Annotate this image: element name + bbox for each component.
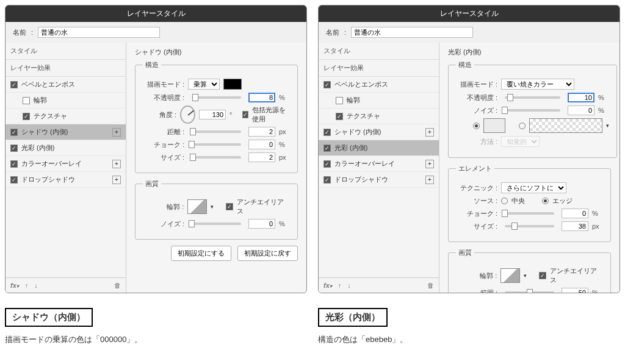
effect-checkbox[interactable]: ✓ bbox=[323, 129, 331, 136]
trash-icon[interactable]: 🗑 bbox=[427, 282, 434, 289]
choke-slider[interactable] bbox=[505, 212, 554, 215]
gradient-picker[interactable] bbox=[529, 118, 602, 133]
antialias-label: アンチエイリアス bbox=[237, 198, 290, 216]
effect-checkbox[interactable] bbox=[23, 97, 30, 104]
gradient-radio[interactable] bbox=[519, 123, 526, 129]
sidebar-item[interactable]: ✓光彩 (内側) bbox=[5, 140, 126, 156]
effect-checkbox[interactable]: ✓ bbox=[10, 81, 18, 88]
antialias-checkbox[interactable]: ✓ bbox=[226, 203, 233, 210]
effect-checkbox[interactable]: ✓ bbox=[23, 113, 30, 120]
blend-mode-select[interactable]: 覆い焼きカラー bbox=[501, 79, 574, 90]
trash-icon[interactable]: 🗑 bbox=[114, 282, 121, 289]
size-input[interactable] bbox=[562, 221, 588, 231]
sidebar-item[interactable]: ✓ベベルとエンボス bbox=[319, 77, 439, 93]
caption-box-left: シャドウ（内側） bbox=[5, 308, 93, 327]
size-slider[interactable] bbox=[192, 156, 241, 159]
size-slider[interactable] bbox=[505, 225, 554, 227]
noise-input[interactable] bbox=[568, 105, 594, 115]
sidebar-item[interactable]: ✓カラーオーバーレイ+ bbox=[5, 156, 126, 172]
noise-input[interactable] bbox=[248, 219, 275, 229]
source-edge-radio[interactable] bbox=[542, 198, 549, 204]
sidebar-item[interactable]: ✓テクスチャ bbox=[5, 109, 126, 124]
name-input[interactable] bbox=[351, 27, 473, 38]
add-effect-icon[interactable]: + bbox=[425, 176, 434, 184]
effect-checkbox[interactable]: ✓ bbox=[10, 176, 18, 184]
antialias-checkbox[interactable]: ✓ bbox=[539, 272, 546, 279]
noise-slider[interactable] bbox=[192, 223, 241, 225]
effect-checkbox[interactable]: ✓ bbox=[323, 145, 331, 152]
add-effect-icon[interactable]: + bbox=[112, 160, 121, 168]
reset-default-button[interactable]: 初期設定に戻す bbox=[237, 246, 298, 261]
effect-checkbox[interactable]: ✓ bbox=[10, 129, 18, 136]
contour-picker[interactable] bbox=[187, 199, 207, 214]
sidebar-item[interactable]: ✓シャドウ (内側)+ bbox=[5, 124, 126, 140]
sidebar-item[interactable]: ✓光彩 (内側) bbox=[319, 140, 439, 156]
add-effect-icon[interactable]: + bbox=[425, 160, 434, 168]
contour-picker[interactable] bbox=[500, 268, 520, 283]
name-input[interactable] bbox=[38, 27, 160, 38]
noise-slider[interactable] bbox=[505, 109, 560, 112]
sidebar-item[interactable]: 輪郭 bbox=[319, 93, 439, 109]
add-effect-icon[interactable]: + bbox=[112, 128, 121, 137]
distance-input[interactable] bbox=[248, 127, 275, 137]
effect-checkbox[interactable]: ✓ bbox=[10, 145, 18, 152]
global-light-checkbox[interactable]: ✓ bbox=[242, 111, 248, 118]
up-arrow-icon[interactable]: ↑ bbox=[338, 282, 342, 289]
sidebar-item[interactable]: ✓シャドウ (内側)+ bbox=[319, 124, 439, 140]
opacity-input[interactable] bbox=[568, 93, 594, 102]
sidebar-head-effects[interactable]: レイヤー効果 bbox=[319, 60, 439, 77]
sidebar-item[interactable]: ✓ベベルとエンボス bbox=[5, 77, 126, 93]
make-default-button[interactable]: 初期設定にする bbox=[171, 246, 231, 261]
blend-mode-select[interactable]: 乗算 bbox=[188, 79, 220, 90]
sidebar-head-effects[interactable]: レイヤー効果 bbox=[5, 60, 126, 77]
sidebar-item[interactable]: ✓ドロップシャドウ+ bbox=[5, 172, 126, 188]
chevron-down-icon[interactable]: ▾ bbox=[606, 123, 609, 129]
effect-checkbox[interactable]: ✓ bbox=[323, 81, 331, 88]
choke-input[interactable] bbox=[248, 140, 275, 149]
size-label: サイズ bbox=[456, 222, 497, 231]
distance-slider[interactable] bbox=[192, 130, 241, 133]
opacity-input[interactable] bbox=[248, 93, 275, 102]
sidebar-item[interactable]: ✓カラーオーバーレイ+ bbox=[319, 156, 439, 172]
chevron-down-icon[interactable]: ▾ bbox=[524, 273, 527, 279]
fx-icon[interactable]: fx▾ bbox=[323, 282, 332, 289]
down-arrow-icon[interactable]: ↓ bbox=[347, 282, 351, 289]
structure-legend: 構造 bbox=[456, 60, 474, 70]
effect-checkbox[interactable]: ✓ bbox=[323, 160, 331, 168]
glow-color-swatch[interactable] bbox=[483, 118, 505, 133]
opacity-slider[interactable] bbox=[505, 96, 560, 99]
range-slider[interactable] bbox=[505, 291, 554, 293]
size-input[interactable] bbox=[248, 152, 275, 162]
add-effect-icon[interactable]: + bbox=[112, 176, 121, 184]
name-label: 名前 bbox=[326, 28, 339, 37]
opacity-slider[interactable] bbox=[192, 96, 241, 99]
range-input[interactable] bbox=[562, 288, 588, 293]
chevron-down-icon[interactable]: ▾ bbox=[211, 204, 214, 210]
choke-input[interactable] bbox=[562, 209, 588, 218]
down-arrow-icon[interactable]: ↓ bbox=[34, 282, 38, 289]
effect-checkbox[interactable] bbox=[336, 97, 343, 104]
add-effect-icon[interactable]: + bbox=[425, 128, 434, 137]
angle-input[interactable] bbox=[199, 110, 226, 120]
source-label: ソース bbox=[456, 196, 497, 205]
effect-checkbox[interactable]: ✓ bbox=[336, 113, 343, 120]
sidebar-item-label: 光彩 (内側) bbox=[334, 143, 367, 152]
sidebar-item[interactable]: ✓テクスチャ bbox=[319, 109, 439, 124]
color-swatch[interactable] bbox=[223, 79, 242, 90]
angle-dial[interactable] bbox=[180, 105, 195, 124]
content-panel: 光彩 (内側) 構造 描画モード 覆い焼きカラー 不透明度 % ノイズ bbox=[439, 43, 620, 293]
source-center-radio[interactable] bbox=[501, 198, 508, 204]
up-arrow-icon[interactable]: ↑ bbox=[25, 282, 29, 289]
effect-checkbox[interactable]: ✓ bbox=[323, 176, 331, 184]
sidebar-item[interactable]: ✓ドロップシャドウ+ bbox=[319, 172, 439, 188]
sidebar-head-styles[interactable]: スタイル bbox=[319, 43, 439, 60]
fx-icon[interactable]: fx▾ bbox=[10, 282, 19, 289]
effect-checkbox[interactable]: ✓ bbox=[10, 160, 18, 168]
color-radio[interactable] bbox=[473, 123, 480, 129]
sidebar-item[interactable]: 輪郭 bbox=[5, 93, 126, 109]
choke-slider[interactable] bbox=[192, 143, 241, 146]
sidebar-item-label: 光彩 (内側) bbox=[21, 143, 54, 152]
technique-select[interactable]: さらにソフトに bbox=[501, 182, 566, 193]
opacity-label: 不透明度 bbox=[456, 93, 497, 102]
sidebar-head-styles[interactable]: スタイル bbox=[5, 43, 126, 60]
